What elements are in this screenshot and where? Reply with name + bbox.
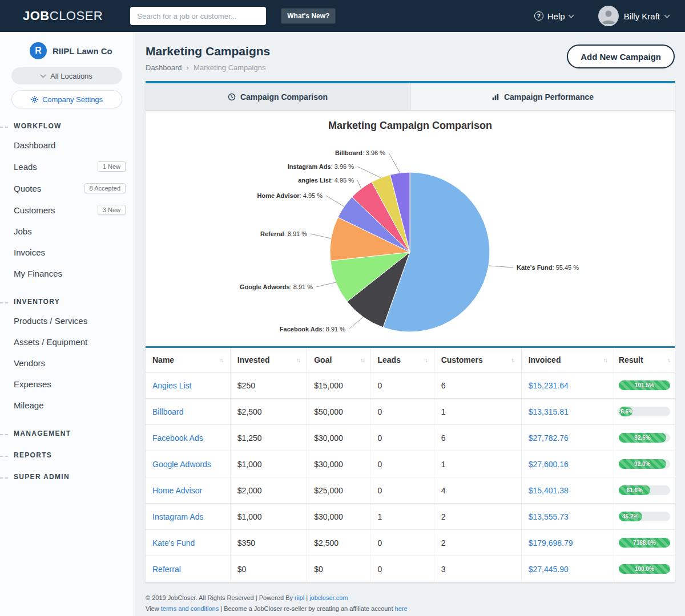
sidebar-item-invoices[interactable]: Invoices xyxy=(0,242,134,263)
sidebar-section-reports[interactable]: REPORTS xyxy=(0,451,134,459)
campaign-name-link[interactable]: Billboard xyxy=(152,407,183,416)
invoiced-link[interactable]: $27,600.16 xyxy=(529,460,569,469)
campaign-name-link[interactable]: Home Advisor xyxy=(152,486,202,495)
company-selector[interactable]: R RIIPL Lawn Co xyxy=(0,42,134,59)
campaign-name-link[interactable]: Angies List xyxy=(152,381,191,390)
column-header-result[interactable]: Result↑↓ xyxy=(614,347,675,372)
column-label: Goal xyxy=(314,355,332,364)
chevron-down-icon xyxy=(41,72,46,78)
add-new-campaign-button[interactable]: Add New Campaign xyxy=(567,44,675,68)
cell-leads: 0 xyxy=(370,477,434,504)
sidebar-section-management[interactable]: MANAGEMENT xyxy=(0,429,134,437)
sidebar-item-label: Quotes xyxy=(14,184,41,193)
sidebar-item-jobs[interactable]: Jobs xyxy=(0,221,134,242)
whats-new-button[interactable]: What's New? xyxy=(281,8,336,24)
column-header-leads[interactable]: Leads↑↓ xyxy=(370,347,434,372)
help-menu[interactable]: ? Help xyxy=(534,11,573,21)
cell-leads: 0 xyxy=(370,399,434,425)
breadcrumb-dashboard[interactable]: Dashboard xyxy=(146,63,182,72)
campaign-name-link[interactable]: Referral xyxy=(152,565,181,574)
tab-campaign-performance[interactable]: Campaign Performance xyxy=(410,83,675,110)
cell-invoiced: $13,315.81 xyxy=(521,399,614,425)
sidebar-item-dashboard[interactable]: Dashboard xyxy=(0,135,134,156)
sidebar-section-inventory[interactable]: INVENTORY xyxy=(0,298,134,306)
sidebar-item-expenses[interactable]: Expenses xyxy=(0,374,134,395)
jobcloser-link[interactable]: jobcloser.com xyxy=(309,594,348,601)
cell-invoiced: $15,401.38 xyxy=(521,477,614,504)
footer: © 2019 JobCloser. All Rights Reserved | … xyxy=(146,593,675,616)
invoiced-link[interactable]: $13,555.73 xyxy=(529,512,569,521)
breadcrumb-current: Marketing Campaigns xyxy=(194,63,265,72)
user-menu[interactable]: Billy Kraft xyxy=(598,6,669,26)
affiliate-here-link[interactable]: here xyxy=(395,605,408,612)
table-row: Referral$0$003$27,445.90100.0% xyxy=(146,556,675,582)
riipl-link[interactable]: riipl xyxy=(295,594,304,601)
sidebar-item-mileage[interactable]: Mileage xyxy=(0,395,134,416)
status-badge: 1 New xyxy=(98,161,126,172)
column-label: Invoiced xyxy=(529,355,561,364)
main-content: Marketing Campaigns Dashboard › Marketin… xyxy=(134,32,685,616)
all-locations-dropdown[interactable]: All Locations xyxy=(11,67,122,84)
cell-customers: 1 xyxy=(434,399,521,425)
cell-name: Facebook Ads xyxy=(146,425,230,451)
column-header-goal[interactable]: Goal↑↓ xyxy=(307,347,370,372)
user-avatar xyxy=(598,6,619,26)
cell-name: Home Advisor xyxy=(146,477,230,504)
campaign-table-body: Angies List$250$15,00006$15,231.64101.5%… xyxy=(146,372,675,582)
table-row: Angies List$250$15,00006$15,231.64101.5% xyxy=(146,372,675,399)
invoiced-link[interactable]: $27,782.76 xyxy=(529,433,569,443)
campaign-name-link[interactable]: Kate's Fund xyxy=(152,538,195,548)
search-input[interactable] xyxy=(130,7,266,25)
result-percent-label: 101.5% xyxy=(635,382,654,388)
invoiced-link[interactable]: $13,315.81 xyxy=(529,407,569,416)
column-label: Customers xyxy=(441,355,483,364)
app-logo[interactable]: JOBCLOSER xyxy=(23,9,103,23)
cell-goal: $25,000 xyxy=(307,477,370,504)
invoiced-link[interactable]: $179,698.79 xyxy=(529,538,573,548)
campaign-name-link[interactable]: Google Adwords xyxy=(152,460,211,469)
sidebar-item-vendors[interactable]: Vendors xyxy=(0,352,134,374)
sidebar-item-assets-equipment[interactable]: Assets / Equipment xyxy=(0,331,134,352)
sort-icon: ↑↓ xyxy=(220,357,223,363)
result-progress-fill: 45.2% xyxy=(619,512,642,521)
campaign-name-link[interactable]: Instagram Ads xyxy=(152,512,204,521)
cell-customers: 2 xyxy=(434,530,521,556)
sidebar-section-workflow[interactable]: WORKFLOW xyxy=(0,122,134,130)
invoiced-link[interactable]: $15,401.38 xyxy=(529,486,569,495)
sidebar-item-label: Products / Services xyxy=(14,316,87,326)
invoiced-link[interactable]: $27,445.90 xyxy=(529,565,569,574)
result-percent-label: 92.6% xyxy=(634,435,650,441)
logo-text-bold: JOB xyxy=(23,9,50,23)
logo-text-light: CLOSER xyxy=(50,9,103,23)
column-header-invoiced[interactable]: Invoiced↑↓ xyxy=(521,347,614,372)
sidebar-section-super-admin[interactable]: SUPER ADMIN xyxy=(0,473,134,481)
terms-link[interactable]: terms and conditions xyxy=(161,605,219,612)
sidebar-item-customers[interactable]: Customers3 New xyxy=(0,199,134,221)
pie-label-instagram-ads: Instagram Ads: 3.96 % xyxy=(288,163,354,170)
sidebar-item-leads[interactable]: Leads1 New xyxy=(0,156,134,177)
invoiced-link[interactable]: $15,231.64 xyxy=(529,381,569,390)
table-row: Instagram Ads$1,000$30,00012$13,555.7345… xyxy=(146,504,675,530)
tab-label: Campaign Comparison xyxy=(240,92,328,102)
column-header-customers[interactable]: Customers↑↓ xyxy=(434,347,521,372)
cell-leads: 0 xyxy=(370,425,434,451)
cell-invested: $0 xyxy=(230,556,307,582)
company-settings-button[interactable]: Company Settings xyxy=(11,90,122,108)
campaign-name-link[interactable]: Facebook Ads xyxy=(152,433,203,443)
cell-result: 7188.0% xyxy=(614,530,675,556)
chevron-down-icon xyxy=(568,12,574,18)
column-header-invested[interactable]: Invested↑↓ xyxy=(230,347,307,372)
cell-name: Kate's Fund xyxy=(146,530,230,556)
tab-campaign-comparison[interactable]: Campaign Comparison xyxy=(146,83,410,110)
sidebar-item-quotes[interactable]: Quotes8 Accepted xyxy=(0,177,134,199)
cell-leads: 0 xyxy=(370,372,434,399)
column-label: Result xyxy=(619,355,643,364)
sort-icon: ↑↓ xyxy=(360,357,363,363)
column-header-name[interactable]: Name↑↓ xyxy=(146,347,230,372)
sidebar-item-my-finances[interactable]: My Finances xyxy=(0,263,134,284)
bar-chart-icon xyxy=(491,93,499,101)
sidebar-item-products-services[interactable]: Products / Services xyxy=(0,310,134,331)
cell-leads: 0 xyxy=(370,556,434,582)
all-locations-label: All Locations xyxy=(50,72,92,80)
cell-leads: 0 xyxy=(370,530,434,556)
